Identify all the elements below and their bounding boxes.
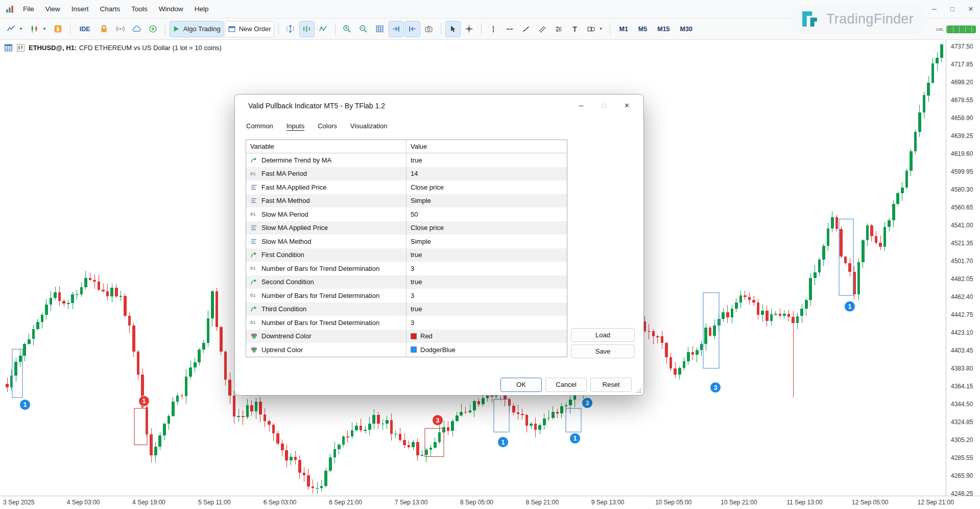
tab-visualization[interactable]: Visualization — [350, 122, 388, 130]
param-row[interactable]: Downtrend ColorRed — [246, 330, 567, 343]
chart-mode-button[interactable]: ▼ — [27, 21, 50, 37]
channel-button[interactable] — [535, 21, 550, 37]
param-row[interactable]: Determine Trend by MAtrue — [246, 153, 567, 167]
tab-colors[interactable]: Colors — [318, 122, 337, 130]
algo-trading-button[interactable]: Algo Trading — [170, 21, 224, 37]
param-row[interactable]: 01Number of Bars for Trend Determination… — [246, 316, 567, 330]
menu-view[interactable]: View — [40, 0, 66, 18]
timeframe-m1-button[interactable]: M1 — [614, 21, 632, 37]
candle-body — [216, 291, 219, 327]
vertical-line-button[interactable] — [486, 21, 501, 37]
param-variable: Slow MA Applied Price — [246, 221, 407, 235]
save-button[interactable]: Save — [571, 344, 635, 358]
signals-button[interactable] — [113, 21, 128, 37]
zoom-in-button[interactable] — [340, 21, 355, 37]
int-param-icon: 01 — [250, 212, 258, 217]
param-value[interactable]: true — [407, 303, 567, 316]
param-value[interactable]: DodgerBlue — [407, 343, 567, 357]
dialog-tabs: Common Inputs Colors Visualization — [246, 118, 388, 133]
quotes-button[interactable]: $ — [51, 21, 66, 37]
timeframe-m30-button[interactable]: M30 — [676, 21, 697, 37]
community-button[interactable] — [146, 21, 161, 37]
menu-tools[interactable]: Tools — [126, 0, 153, 18]
timeframe-m5-button[interactable]: M5 — [634, 21, 652, 37]
cancel-button[interactable]: Cancel — [545, 378, 587, 392]
candle-body — [931, 63, 935, 83]
timeframe-m15-button[interactable]: M15 — [653, 21, 674, 37]
menu-window[interactable]: Window — [153, 0, 189, 18]
param-value[interactable]: 50 — [407, 207, 567, 221]
param-value[interactable]: true — [407, 153, 567, 167]
window-minimize-button[interactable]: ─ — [925, 0, 943, 18]
param-row[interactable]: 01Number of Bars for Trend Determination… — [246, 289, 567, 303]
bar-spacing-button[interactable] — [299, 21, 315, 37]
param-value[interactable]: Red — [407, 330, 567, 343]
quotes-table-icon[interactable] — [4, 43, 13, 52]
param-row[interactable]: Slow MA MethodSimple — [246, 235, 567, 248]
text-tool-button[interactable]: T — [567, 21, 583, 37]
zigzag-button[interactable] — [316, 21, 331, 37]
tab-inputs[interactable]: Inputs — [286, 122, 304, 130]
param-row[interactable]: First Conditiontrue — [246, 248, 567, 262]
play-icon — [173, 25, 180, 33]
shift-end-button[interactable] — [389, 21, 404, 37]
menu-insert[interactable]: Insert — [66, 0, 94, 18]
dialog-close-button[interactable]: ✕ — [615, 95, 638, 117]
ok-button[interactable]: OK — [500, 378, 542, 392]
load-button[interactable]: Load — [571, 328, 635, 342]
param-row[interactable]: Second Conditiontrue — [246, 275, 567, 289]
reset-button[interactable]: Reset — [590, 378, 632, 392]
time-axis[interactable]: 3 Sep 20254 Sep 03:004 Sep 19:005 Sep 11… — [0, 496, 980, 509]
tab-common[interactable]: Common — [246, 122, 273, 130]
window-maximize-button[interactable]: □ — [943, 0, 962, 18]
param-row[interactable]: Fast MA MethodSimple — [246, 194, 567, 208]
pullback-marker-number: 3 — [586, 400, 589, 407]
param-value[interactable]: Simple — [407, 235, 567, 248]
param-value[interactable]: Close price — [407, 221, 567, 235]
param-value[interactable]: 3 — [407, 316, 567, 330]
zoom-out-button[interactable] — [356, 21, 371, 37]
param-row[interactable]: Third Conditiontrue — [246, 303, 567, 316]
param-value[interactable]: 3 — [407, 289, 567, 303]
pullback-box[interactable] — [566, 408, 581, 432]
dialog-minimize-button[interactable]: ─ — [569, 95, 592, 117]
dialog-maximize-button[interactable]: □ — [592, 95, 615, 117]
param-value[interactable]: 14 — [407, 167, 567, 181]
param-value[interactable]: Close price — [407, 180, 567, 194]
param-row[interactable]: Uptrend ColorDodgerBlue — [246, 343, 567, 357]
trendline-button[interactable] — [518, 21, 534, 37]
cursor-button[interactable] — [445, 21, 461, 37]
param-value[interactable]: Simple — [407, 194, 567, 208]
screenshot-button[interactable] — [421, 21, 437, 37]
mini-chart-icon[interactable] — [16, 43, 25, 52]
shapes-button[interactable]: ▼ — [584, 21, 606, 37]
param-value[interactable]: true — [407, 248, 567, 262]
grid-button[interactable] — [372, 21, 388, 37]
param-value[interactable]: 3 — [407, 262, 567, 275]
horizontal-line-button[interactable] — [502, 21, 517, 37]
param-row[interactable]: Slow MA Applied PriceClose price — [246, 221, 567, 235]
param-row[interactable]: 01Number of Bars for Trend Determination… — [246, 262, 567, 275]
candle-body — [818, 260, 821, 272]
chart-type-button[interactable]: ▼ — [4, 21, 26, 37]
pullback-box[interactable] — [134, 408, 147, 445]
pullback-box[interactable] — [494, 399, 509, 432]
price-axis[interactable]: 4737.504717.854698.204678.554658.904639.… — [946, 40, 980, 496]
levels-button[interactable] — [551, 21, 566, 37]
param-row[interactable]: Fast MA Applied PriceClose price — [246, 180, 567, 194]
crosshair-button[interactable] — [462, 21, 477, 37]
new-order-button[interactable]: New Order — [225, 21, 274, 37]
param-row[interactable]: 01Fast MA Period14 — [246, 167, 567, 181]
param-row[interactable]: 01Slow MA Period50 — [246, 207, 567, 221]
param-value[interactable]: true — [407, 275, 567, 289]
ide-button[interactable]: IDE — [75, 21, 95, 37]
cloud-button[interactable] — [129, 21, 145, 37]
scale-button[interactable] — [283, 21, 298, 37]
market-button[interactable] — [97, 21, 112, 37]
menu-help[interactable]: Help — [189, 0, 214, 18]
menu-file[interactable]: File — [17, 0, 40, 18]
window-close-button[interactable]: ✕ — [962, 0, 980, 18]
dialog-resize-grip[interactable] — [635, 387, 641, 394]
auto-scroll-button[interactable] — [405, 21, 420, 37]
menu-charts[interactable]: Charts — [94, 0, 126, 18]
